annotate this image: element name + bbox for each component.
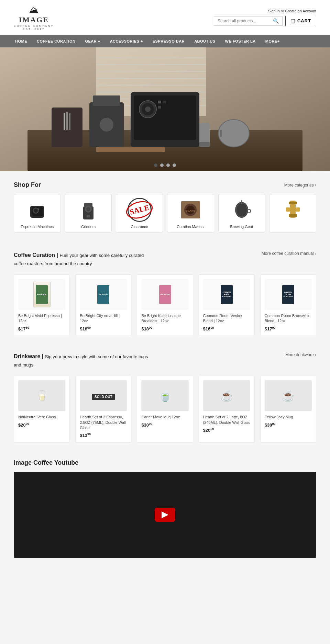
logo[interactable]: ⛰ IMAGE COFFEE COMPANY EST. 2017 bbox=[14, 4, 54, 31]
product-card[interactable]: COMMON ROOM ROASTERS Common Room Brunswi… bbox=[260, 274, 316, 336]
coffee-bag-inner: COMMON ROOM ROASTERS bbox=[221, 285, 233, 304]
product-card[interactable]: Be Bright Be Bright Kaleidoscope Breakfa… bbox=[137, 274, 193, 336]
nav-item-home[interactable]: HOME bbox=[10, 35, 32, 47]
product-card[interactable]: Be Bright Be Bright City on a Hill | 12o… bbox=[75, 274, 131, 336]
nav-item-accessories[interactable]: ACCESSORIES + bbox=[105, 35, 148, 47]
youtube-title: Image Coffee Youtube bbox=[14, 459, 316, 466]
product-image: COMMON ROOM ROASTERS bbox=[265, 279, 312, 310]
hero-svg bbox=[0, 47, 330, 171]
other-icon bbox=[281, 198, 305, 222]
nav-item-foster[interactable]: WE FOSTER LA bbox=[220, 35, 261, 47]
svg-rect-30 bbox=[69, 113, 70, 130]
category-curation[interactable]: BEANS Curation Manual bbox=[167, 194, 214, 233]
hero-banner bbox=[0, 47, 330, 171]
coffee-curation-section: Coffee Curation | Fuel your gear with so… bbox=[0, 243, 330, 344]
drinkware-card[interactable]: 🥛 NotNeutral Vero Glass $2000 bbox=[14, 376, 70, 443]
svg-point-21 bbox=[100, 118, 113, 132]
create-account-link[interactable]: Create an Account bbox=[285, 9, 316, 13]
drinkware-image: ☕ bbox=[203, 380, 250, 411]
category-brewing[interactable]: Brewing Gear bbox=[218, 194, 265, 233]
nav-item-more[interactable]: MORE+ bbox=[261, 35, 285, 47]
drinkware-card[interactable]: ☕ Fellow Joey Mug $3000 bbox=[260, 376, 316, 443]
drinkware-card[interactable]: SOLD OUT Hearth Set of 2 Espresso, 2.5OZ… bbox=[75, 376, 131, 443]
more-coffee-link[interactable]: More coffee curation manual › bbox=[262, 251, 316, 256]
shop-for-title: Shop For bbox=[14, 181, 41, 189]
svg-point-25 bbox=[218, 120, 249, 147]
drinkware-card[interactable]: ☕ Hearth Set of 2 Latte, 8OZ (240ML), Do… bbox=[199, 376, 255, 443]
drinkware-name: Hearth Set of 2 Espresso, 2.5OZ (75ML), … bbox=[80, 415, 127, 430]
hero-dot-2[interactable] bbox=[160, 163, 164, 167]
drinkware-price: $3000 bbox=[141, 422, 188, 428]
drinkware-price: $2059 bbox=[203, 427, 250, 433]
drinkware-price: $1399 bbox=[80, 432, 127, 438]
product-card[interactable]: COMMON ROOM ROASTERS Common Room Venice … bbox=[199, 274, 255, 336]
youtube-play-button[interactable] bbox=[155, 508, 175, 522]
categories-grid: Espresso Machines Grinders SALE Clearanc… bbox=[14, 194, 316, 233]
search-input[interactable] bbox=[218, 19, 273, 23]
coffee-products-grid: Be Bright Be Bright Vivid Espresso | 12o… bbox=[14, 274, 316, 336]
svg-text:BEANS: BEANS bbox=[186, 209, 196, 212]
drinkware-main-title: Drinkware bbox=[14, 353, 40, 359]
main-nav: HOME COFFEE CURATION GEAR + ACCESSORIES … bbox=[0, 35, 330, 47]
drinkware-card[interactable]: 🍵 Carter Move Mug 12oz $3000 bbox=[137, 376, 193, 443]
cart-label: CART bbox=[297, 18, 311, 23]
grinder-label: Grinders bbox=[81, 225, 96, 229]
svg-rect-17 bbox=[163, 101, 166, 103]
category-other[interactable] bbox=[269, 194, 316, 233]
search-button[interactable]: 🔍 bbox=[273, 18, 279, 24]
product-name: Be Bright City on a Hill | 12oz bbox=[80, 313, 127, 324]
product-price: $1600 bbox=[203, 326, 250, 331]
youtube-embed[interactable] bbox=[14, 472, 316, 558]
coffee-bag-dark-2: COMMON ROOM ROASTERS bbox=[279, 282, 297, 307]
nav-item-about[interactable]: ABOUT US bbox=[189, 35, 220, 47]
product-image: COMMON ROOM ROASTERS bbox=[203, 279, 250, 310]
nav-item-espresso[interactable]: ESPRESSO BAR bbox=[148, 35, 189, 47]
grinder-icon bbox=[76, 198, 100, 222]
drinkware-price: $2000 bbox=[18, 422, 65, 428]
product-card[interactable]: Be Bright Be Bright Vivid Espresso | 12o… bbox=[14, 274, 70, 336]
nav-list: HOME COFFEE CURATION GEAR + ACCESSORIES … bbox=[0, 35, 330, 47]
svg-point-39 bbox=[86, 207, 90, 211]
drinkware-image: 🍵 bbox=[141, 380, 188, 411]
coffee-bag-dark-1: COMMON ROOM ROASTERS bbox=[218, 282, 235, 307]
hero-dot-3[interactable] bbox=[166, 163, 170, 167]
category-clearance[interactable]: SALE Clearance bbox=[116, 194, 163, 233]
product-name: Common Room Brunswick Blend | 12oz bbox=[265, 313, 312, 324]
nav-item-coffee[interactable]: COFFEE CURATION bbox=[32, 35, 80, 47]
hero-dots bbox=[154, 163, 176, 167]
svg-point-46 bbox=[236, 203, 247, 216]
drinkware-price: $3000 bbox=[265, 422, 312, 428]
category-espresso-machines[interactable]: Espresso Machines bbox=[14, 194, 61, 233]
drinkware-name: NotNeutral Vero Glass bbox=[18, 415, 65, 420]
more-drinkware-link[interactable]: More drinkware › bbox=[285, 352, 316, 357]
sign-in-link[interactable]: Sign in bbox=[268, 9, 280, 13]
coffee-bag-pink: Be Bright bbox=[156, 282, 174, 307]
product-image: Be Bright bbox=[141, 279, 188, 310]
svg-rect-23 bbox=[199, 123, 210, 144]
drinkware-image: ☕ bbox=[265, 380, 312, 411]
hero-dot-4[interactable] bbox=[173, 163, 176, 167]
logo-name: IMAGE bbox=[19, 15, 49, 24]
cart-button[interactable]: ⬚ CART bbox=[285, 16, 316, 26]
play-triangle-icon bbox=[162, 511, 168, 518]
curation-label: Curation Manual bbox=[177, 225, 205, 229]
curation-icon: BEANS bbox=[178, 198, 202, 222]
brewing-icon bbox=[230, 198, 254, 222]
search-box: 🔍 bbox=[214, 16, 283, 26]
hero-dot-1[interactable] bbox=[154, 163, 157, 167]
drinkware-name: Carter Move Mug 12oz bbox=[141, 415, 188, 420]
coffee-bag-teal: Be Bright bbox=[95, 282, 112, 307]
svg-rect-40 bbox=[87, 215, 90, 217]
drinkware-section: Drinkware | Sip your brew in style with … bbox=[0, 344, 330, 451]
svg-rect-52 bbox=[296, 207, 300, 212]
product-price: $1800 bbox=[141, 326, 188, 331]
espresso-machine-icon bbox=[25, 198, 49, 222]
product-name: Be Bright Vivid Espresso | 12oz bbox=[18, 313, 65, 324]
cart-icon: ⬚ bbox=[290, 18, 295, 24]
more-categories-link[interactable]: More categories › bbox=[284, 183, 316, 188]
nav-item-gear[interactable]: GEAR + bbox=[80, 35, 105, 47]
category-grinders[interactable]: Grinders bbox=[65, 194, 112, 233]
coffee-bag-inner: Be Bright bbox=[36, 285, 48, 304]
svg-rect-28 bbox=[64, 113, 65, 130]
espresso-machine-label: Espresso Machines bbox=[21, 225, 54, 229]
